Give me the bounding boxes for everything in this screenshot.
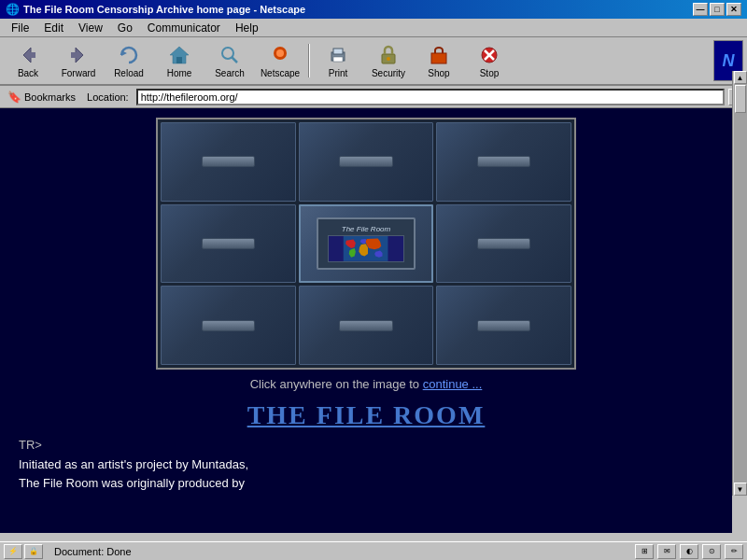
svg-rect-3: [71, 52, 77, 58]
back-button[interactable]: Back: [4, 40, 52, 81]
main-content[interactable]: The File Room: [0, 108, 732, 533]
status-right-3[interactable]: ◐: [680, 544, 698, 559]
drawer-4: [161, 204, 296, 284]
security-label: Security: [372, 68, 405, 78]
status-icon-2[interactable]: 🔒: [24, 544, 43, 559]
menu-go[interactable]: Go: [110, 20, 140, 36]
netscape-button[interactable]: Netscape: [256, 40, 304, 81]
status-bar: ⚡ 🔒 Document: Done ⊞ ✉ ◐ ⊙ ✏: [0, 541, 747, 560]
minimize-button[interactable]: —: [693, 3, 708, 16]
center-monitor: The File Room: [317, 217, 416, 270]
handle-7: [202, 320, 255, 331]
location-label: Location:: [83, 91, 133, 103]
svg-marker-4: [121, 50, 127, 56]
home-icon: [168, 44, 190, 66]
search-icon: [218, 44, 241, 66]
forward-icon: [67, 44, 90, 66]
tr-tag: TR>: [19, 438, 42, 452]
continue-link[interactable]: continue ...: [423, 377, 483, 391]
cabinet-image[interactable]: The File Room: [156, 118, 576, 370]
window-title: The File Room Censorship Archive home pa…: [23, 4, 305, 15]
status-icon-1[interactable]: ⚡: [4, 544, 22, 559]
shop-button[interactable]: Shop: [415, 40, 463, 81]
maximize-button[interactable]: □: [710, 3, 725, 16]
reload-button[interactable]: Reload: [105, 40, 153, 81]
status-right-1[interactable]: ⊞: [635, 544, 654, 559]
location-bar: 🔖 Bookmarks Location: ▼: [0, 86, 747, 108]
menu-file[interactable]: File: [4, 20, 36, 36]
forward-button[interactable]: Forward: [54, 40, 103, 81]
bookmarks-icon: 🔖: [7, 91, 21, 104]
print-icon: [327, 44, 349, 66]
close-button[interactable]: ✕: [726, 3, 741, 16]
drawer-3: [436, 122, 571, 202]
handle-1: [202, 156, 255, 167]
handle-9: [477, 320, 530, 331]
monitor-screen: [328, 235, 403, 262]
stop-label: Stop: [480, 68, 500, 78]
scroll-track: [734, 84, 747, 483]
svg-point-10: [276, 49, 284, 57]
menu-view[interactable]: View: [71, 20, 110, 36]
security-button[interactable]: Security: [364, 40, 413, 81]
svg-rect-13: [333, 57, 343, 62]
reload-label: Reload: [114, 68, 144, 78]
scroll-thumb[interactable]: [735, 85, 746, 113]
svg-rect-6: [176, 57, 182, 63]
description-line1: Initiated as an artist's project by Munt…: [19, 455, 248, 474]
status-text: Document: Done: [47, 546, 631, 557]
shop-icon: [428, 44, 450, 66]
security-icon: [377, 44, 400, 66]
monitor-title: The File Room: [342, 225, 390, 233]
stop-icon: [478, 44, 500, 66]
svg-line-8: [232, 57, 237, 63]
svg-point-15: [387, 57, 390, 61]
reload-icon: [118, 44, 140, 66]
status-icons: ⚡ 🔒: [4, 544, 43, 559]
stop-button[interactable]: Stop: [465, 40, 514, 81]
cabinet-grid: The File Room: [158, 119, 574, 368]
toolbar: Back Forward Reload Home Search: [0, 37, 747, 86]
title-bar: 🌐 The File Room Censorship Archive home …: [0, 0, 747, 19]
description-line2: The File Room was originally produced by: [19, 474, 248, 493]
bookmarks-label: Bookmarks: [24, 91, 76, 103]
back-icon: [17, 44, 39, 66]
handle-4: [202, 238, 255, 249]
svg-marker-0: [23, 48, 31, 63]
scroll-down-button[interactable]: ▼: [734, 483, 747, 496]
netscape-icon: [269, 44, 291, 66]
status-right-2[interactable]: ✉: [657, 544, 676, 559]
bookmarks-button[interactable]: 🔖 Bookmarks: [4, 91, 79, 104]
home-label: Home: [167, 68, 192, 78]
description-text: Initiated as an artist's project by Munt…: [19, 455, 248, 492]
print-button[interactable]: Print: [314, 40, 362, 81]
home-button[interactable]: Home: [155, 40, 204, 81]
search-button[interactable]: Search: [205, 40, 254, 81]
menu-communicator[interactable]: Communicator: [140, 20, 228, 36]
handle-3: [477, 156, 530, 167]
handle-6: [477, 238, 530, 249]
back-label: Back: [18, 68, 38, 78]
svg-marker-2: [76, 48, 83, 63]
svg-rect-16: [431, 53, 446, 63]
file-room-heading[interactable]: THE FILE ROOM: [247, 400, 486, 430]
status-right-4[interactable]: ⊙: [702, 544, 721, 559]
status-right-5[interactable]: ✏: [725, 544, 743, 559]
menu-edit[interactable]: Edit: [36, 20, 71, 36]
toolbar-separator: [308, 44, 310, 77]
world-map: [329, 236, 402, 261]
menu-help[interactable]: Help: [228, 20, 266, 36]
url-input[interactable]: [136, 89, 725, 105]
scroll-up-button[interactable]: ▲: [734, 71, 747, 84]
handle-2: [339, 156, 392, 167]
shop-label: Shop: [428, 68, 449, 78]
drawer-5-center: The File Room: [299, 204, 434, 284]
app-icon: 🌐: [6, 3, 20, 16]
netscape-label: Netscape: [261, 68, 300, 78]
svg-rect-12: [333, 49, 343, 54]
menu-bar: File Edit View Go Communicator Help: [0, 19, 747, 37]
drawer-6: [436, 204, 571, 284]
scrollbar[interactable]: ▲ ▼: [732, 71, 747, 496]
drawer-1: [161, 122, 296, 202]
click-anywhere-text: Click anywhere on the image to continue …: [250, 377, 483, 391]
